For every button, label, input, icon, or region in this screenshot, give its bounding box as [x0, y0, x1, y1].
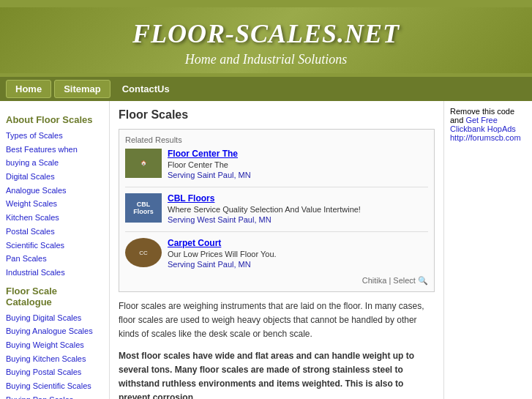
sidebar-link-industrial[interactable]: Industrial Scales	[6, 266, 103, 280]
main-layout: About Floor Scales Types of Scales Best …	[0, 101, 532, 399]
ad-name-2[interactable]: CBL Floors	[168, 193, 361, 204]
ad-serving-1: Serving Saint Paul, MN	[168, 171, 251, 179]
sidebar-link-analogue[interactable]: Analogue Scales	[6, 184, 103, 198]
site-title: FLOOR-SCALES.NET	[7, 18, 525, 49]
main-nav: Home Sitemap ContactUs	[0, 77, 532, 101]
ad-desc-2: Where Service Quality Selection And Valu…	[168, 205, 361, 214]
sidebar-link-digital[interactable]: Digital Scales	[6, 170, 103, 184]
ad-item-3: CC Carpet Court Our Low Prices Will Floo…	[125, 238, 428, 269]
right-sidebar: Remove this code and Get Free Clickbank …	[444, 101, 532, 399]
sidebar-link-best-features[interactable]: Best Features when buying a Scale	[6, 143, 103, 170]
paragraph-1: Floor scales are weighing instruments th…	[119, 299, 435, 342]
main-content: Floor Scales Related Results 🏠 Floor Cen…	[110, 101, 444, 399]
ad-search-icon[interactable]: 🔍	[418, 276, 428, 285]
nav-sitemap[interactable]: Sitemap	[54, 80, 110, 98]
sidebar-link-postal[interactable]: Postal Scales	[6, 225, 103, 239]
site-header: FLOOR-SCALES.NET Home and Industrial Sol…	[0, 0, 532, 77]
sidebar-link-pan[interactable]: Pan Scales	[6, 252, 103, 266]
ad-content-3: Carpet Court Our Low Prices Will Floor Y…	[168, 238, 277, 269]
ad-footer-text: Chitika | Select	[362, 276, 418, 285]
nav-contact[interactable]: ContactUs	[113, 81, 179, 97]
body-text: Floor scales are weighing instruments th…	[119, 299, 435, 399]
ad-name-3[interactable]: Carpet Court	[168, 238, 277, 248]
content-title: Floor Scales	[119, 108, 435, 122]
sidebar-link-kitchen[interactable]: Kitchen Scales	[6, 211, 103, 225]
ad-item-2: CBLFloors CBL Floors Where Service Quali…	[125, 193, 428, 224]
sidebar-link-buy-analogue[interactable]: Buying Analogue Scales	[6, 324, 103, 338]
right-sidebar-link2[interactable]: Clickbank HopAds	[450, 124, 516, 133]
ad-content-2: CBL Floors Where Service Quality Selecti…	[168, 193, 361, 224]
ad-footer: Chitika | Select 🔍	[125, 276, 428, 286]
sidebar-link-buy-weight[interactable]: Buying Weight Scales	[6, 338, 103, 352]
nav-home[interactable]: Home	[6, 80, 51, 98]
right-sidebar-text2: and	[450, 116, 465, 124]
sidebar-link-buy-pan[interactable]: Buying Pan Scales	[6, 393, 103, 399]
sidebar-link-weight[interactable]: Weight Scales	[6, 197, 103, 211]
ad-item-1: 🏠 Floor Center The Floor Center The Serv…	[125, 149, 428, 179]
sidebar-link-buy-postal[interactable]: Buying Postal Scales	[6, 365, 103, 379]
ad-thumb-1: 🏠	[125, 149, 162, 178]
sidebar-link-buy-kitchen[interactable]: Buying Kitchen Scales	[6, 352, 103, 366]
ad-box: Related Results 🏠 Floor Center The Floor…	[119, 129, 435, 292]
about-section-title: About Floor Scales	[6, 114, 103, 125]
ad-box-title: Related Results	[125, 135, 428, 144]
ad-serving-3: Serving Saint Paul, MN	[168, 260, 277, 269]
sidebar-link-buy-digital[interactable]: Buying Digital Scales	[6, 311, 103, 325]
right-sidebar-text1: Remove this code	[450, 107, 526, 116]
paragraph-2: Most floor scales have wide and flat are…	[119, 349, 435, 399]
right-sidebar-link3[interactable]: http://forumscb.com	[450, 133, 521, 142]
site-subtitle: Home and Industrial Solutions	[7, 52, 525, 67]
sidebar-link-types[interactable]: Types of Scales	[6, 129, 103, 143]
ad-content-1: Floor Center The Floor Center The Servin…	[168, 149, 251, 179]
sidebar-link-scientific[interactable]: Scientific Scales	[6, 239, 103, 253]
sidebar-link-buy-scientific[interactable]: Buying Scientific Scales	[6, 379, 103, 393]
ad-serving-2: Serving West Saint Paul, MN	[168, 215, 361, 224]
ad-thumb-3: CC	[125, 238, 162, 267]
catalogue-section-title: Floor Scale Catalogue	[6, 286, 103, 307]
left-sidebar: About Floor Scales Types of Scales Best …	[0, 101, 110, 399]
ad-name-1[interactable]: Floor Center The	[168, 149, 251, 159]
right-sidebar-link1[interactable]: Get Free	[465, 116, 497, 124]
ad-desc-1: Floor Center The	[168, 160, 251, 169]
ad-thumb-2: CBLFloors	[125, 193, 162, 223]
ad-desc-3: Our Low Prices Will Floor You.	[168, 250, 277, 258]
